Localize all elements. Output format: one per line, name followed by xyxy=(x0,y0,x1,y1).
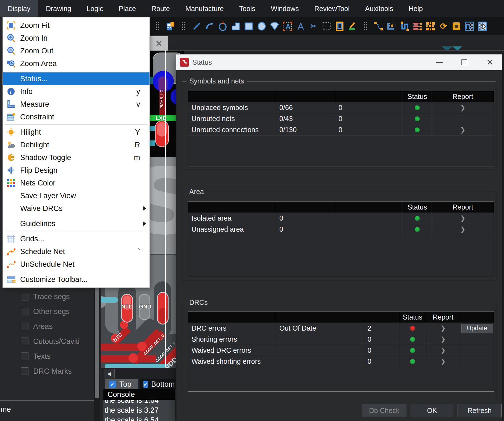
maximize-button[interactable] xyxy=(456,54,473,70)
select-masked-icon[interactable] xyxy=(478,22,487,31)
menu-auxitools[interactable]: Auxitools xyxy=(357,0,401,17)
route-u-icon[interactable] xyxy=(400,22,409,31)
place-component-icon[interactable] xyxy=(166,22,175,31)
checkbox-bottom[interactable]: ✓ xyxy=(143,381,148,388)
report-arrow-icon[interactable]: ❯ xyxy=(440,325,446,332)
menu-item-zoom-fit[interactable]: Zoom Fit xyxy=(3,19,149,32)
report-arrow-icon[interactable]: ❯ xyxy=(440,358,446,365)
text-icon[interactable]: A xyxy=(296,22,305,31)
menu-item-hilight[interactable]: Hilight Y xyxy=(3,126,149,138)
grip-handle-icon[interactable] xyxy=(361,22,370,31)
draw-line-icon[interactable] xyxy=(192,22,201,31)
menu-item-measure[interactable]: Measure v xyxy=(3,98,149,111)
menu-reviewtool[interactable]: ReviewTool xyxy=(306,0,357,17)
console-output[interactable]: the scale is 1.64 the scale is 3.27 the … xyxy=(103,400,175,421)
scissors-cut-icon[interactable]: ✂ xyxy=(309,22,318,31)
report-arrow-icon[interactable]: ❯ xyxy=(440,347,446,354)
sidebar-item-cutouts[interactable]: Cutouts/Caviti xyxy=(21,334,80,349)
menu-item-status[interactable]: Status... xyxy=(3,72,149,85)
dashed-select-icon[interactable] xyxy=(322,22,331,31)
checkbox-other-segs[interactable] xyxy=(21,308,28,315)
spline-edit-icon[interactable] xyxy=(374,22,383,31)
sidebar-item-trace-segs[interactable]: Trace segs xyxy=(21,289,70,304)
report-arrow-icon[interactable]: ❯ xyxy=(460,226,465,233)
close-button[interactable]: ✕ xyxy=(482,54,498,70)
frame-icon[interactable] xyxy=(335,22,344,31)
highlight-measure-icon[interactable] xyxy=(348,22,357,31)
menu-help[interactable]: Help xyxy=(401,0,431,17)
scroll-left-button[interactable]: ◀ xyxy=(104,369,115,378)
checkbox-drc-marks[interactable] xyxy=(21,367,28,375)
text-select-icon[interactable]: A xyxy=(283,22,292,31)
grip-handle-icon[interactable] xyxy=(153,22,162,31)
report-arrow-icon[interactable]: ❯ xyxy=(460,104,465,111)
update-button[interactable]: Update xyxy=(461,324,493,333)
menu-item-zoom-in[interactable]: Zoom In xyxy=(3,32,149,45)
refresh-button[interactable]: Refresh xyxy=(458,404,502,417)
draw-sector-icon[interactable] xyxy=(270,22,279,31)
menu-item-dehilight[interactable]: Dehilight R xyxy=(3,138,149,151)
checkbox-trace-segs[interactable] xyxy=(21,293,28,300)
menu-item-grids[interactable]: Grids... xyxy=(3,232,149,245)
report-arrow-icon[interactable]: ❯ xyxy=(460,126,465,134)
menu-manufacture[interactable]: Manufacture xyxy=(178,0,232,17)
sidebar-item-areas[interactable]: Areas xyxy=(21,319,53,334)
menu-item-info[interactable]: i Info y xyxy=(3,85,149,98)
checkbox-label: DRC Marks xyxy=(33,367,72,376)
db-check-button[interactable]: Db Check xyxy=(362,404,406,417)
draw-circle-icon[interactable] xyxy=(218,22,227,31)
menu-item-waive-drcs[interactable]: Waive DRCs xyxy=(3,202,149,215)
menu-item-customize-toolbar[interactable]: Customize Toolbar... xyxy=(3,273,149,286)
status-dot xyxy=(415,105,420,110)
checkbox-top[interactable]: ✓ xyxy=(109,381,116,388)
draw-rectangle-icon[interactable] xyxy=(244,22,253,31)
sidebar-scrollbar[interactable] xyxy=(94,288,100,421)
ok-button[interactable]: OK xyxy=(410,404,454,417)
report-arrow-icon[interactable]: ❯ xyxy=(460,215,465,222)
menu-item-nets-color[interactable]: Nets Color xyxy=(3,177,149,189)
menu-logic[interactable]: Logic xyxy=(79,0,111,17)
autoroute-maze-icon[interactable] xyxy=(426,22,435,31)
tab-layer-bottom[interactable]: ✓ Bottom xyxy=(140,379,178,389)
report-arrow-icon[interactable]: ❯ xyxy=(440,336,446,343)
menu-drawing[interactable]: Drawing xyxy=(38,0,79,17)
redo-circular-icon[interactable]: ⟳ xyxy=(439,22,448,31)
draw-arc-icon[interactable] xyxy=(205,22,214,31)
checkbox-texts[interactable] xyxy=(21,352,28,360)
view-close-button[interactable]: ✕ xyxy=(150,36,168,51)
menu-item-shadow-toggle[interactable]: Shadow Toggle m xyxy=(3,151,149,164)
grip-handle-icon[interactable] xyxy=(179,22,188,31)
route-masked-icon[interactable] xyxy=(465,22,474,31)
padstack-icon[interactable] xyxy=(452,22,461,31)
sidebar-item-drc-marks[interactable]: DRC Marks xyxy=(21,364,72,379)
menu-route[interactable]: Route xyxy=(144,0,178,17)
menu-item-constraint[interactable]: Constraint xyxy=(3,111,149,123)
menu-windows[interactable]: Windows xyxy=(263,0,306,17)
group-title: DRCs xyxy=(187,299,211,307)
menu-separator xyxy=(5,231,148,231)
menu-item-zoom-out[interactable]: Zoom Out xyxy=(3,45,149,57)
menu-item-schedule-net[interactable]: Schedule Net ` xyxy=(3,245,149,258)
menu-item-unschedule-net[interactable]: UnSchedule Net xyxy=(3,258,149,271)
menu-tools[interactable]: Tools xyxy=(232,0,263,17)
menu-item-guidelines[interactable]: Guidelines xyxy=(3,217,149,230)
canvas-hscrollbar[interactable]: ◀ xyxy=(101,368,176,379)
menu-item-save-layer-view[interactable]: Save Layer View xyxy=(3,189,149,202)
draw-ellipse-icon[interactable] xyxy=(257,22,266,31)
route-pull-icon[interactable] xyxy=(387,22,396,31)
checkbox-cutouts[interactable] xyxy=(21,338,28,345)
sidebar-item-texts[interactable]: Texts xyxy=(21,349,51,364)
sidebar-item-other-segs[interactable]: Other segs xyxy=(21,304,70,319)
checkbox-areas[interactable] xyxy=(21,323,28,330)
menu-display[interactable]: Display xyxy=(0,0,38,17)
draw-polygon-icon[interactable] xyxy=(231,22,240,31)
scrollbar-thumb[interactable] xyxy=(95,288,99,398)
menu-item-flip-design[interactable]: Flip Design xyxy=(3,164,149,177)
menu-item-zoom-area[interactable]: Zoom Area xyxy=(3,57,149,70)
clipped-text-fragment: me xyxy=(1,405,11,414)
menu-place[interactable]: Place xyxy=(111,0,144,17)
dialog-titlebar[interactable]: Status ✕ xyxy=(176,54,502,70)
minimize-button[interactable] xyxy=(431,54,448,70)
ratsnest-bars-icon[interactable] xyxy=(413,22,422,31)
tab-layer-top[interactable]: ✓ Top xyxy=(105,379,138,389)
